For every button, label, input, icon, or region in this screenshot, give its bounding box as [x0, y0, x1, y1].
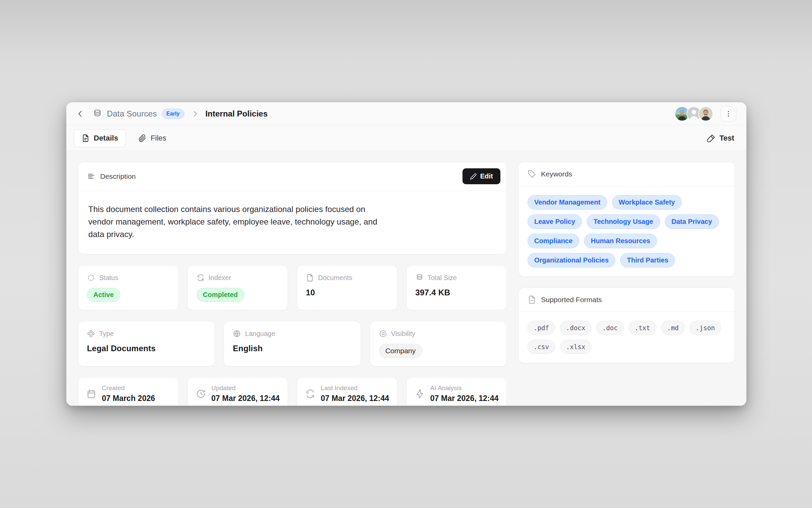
stat-row-dates: Created 07 March 2026 Updated 07 Mar 202…	[78, 377, 507, 406]
back-chevron-icon	[76, 109, 85, 118]
avatar-stack[interactable]	[675, 106, 713, 121]
updated-value: 07 Mar 2026, 12:44	[211, 394, 280, 403]
keyword-pill: Third Parties	[620, 253, 675, 268]
format-pill: .csv	[527, 340, 555, 354]
updated-label: Updated	[211, 384, 280, 392]
last-indexed-value: 07 Mar 2026, 12:44	[321, 394, 389, 403]
title-bar: Data Sources Early Internal Policies	[66, 102, 746, 125]
format-pill: .md	[661, 321, 685, 335]
format-pill: .pdf	[527, 321, 555, 335]
description-text: This document collection contains variou…	[88, 203, 389, 240]
test-tube-icon	[707, 134, 715, 142]
last-indexed-label: Last Indexed	[321, 384, 389, 392]
pencil-icon	[470, 173, 477, 180]
keywords-card: Keywords Vendor Management Workplace Saf…	[518, 162, 735, 277]
database-small-icon	[415, 274, 424, 282]
globe-icon	[233, 330, 241, 338]
keyword-pill: Technology Usage	[587, 214, 660, 229]
documents-card: Documents 10	[297, 265, 398, 310]
keywords-list: Vendor Management Workplace Safety Leave…	[519, 186, 735, 276]
content-area: Description Edit This document collectio…	[66, 151, 746, 406]
created-value: 07 March 2026	[102, 394, 155, 403]
refresh-icon	[305, 389, 315, 399]
keyword-pill: Workplace Safety	[612, 195, 682, 210]
test-button-label: Test	[719, 134, 734, 143]
total-size-card: Total Size 397.4 KB	[406, 265, 507, 310]
align-left-icon	[87, 172, 95, 181]
format-pill: .doc	[596, 321, 624, 335]
description-label: Description	[100, 172, 136, 181]
keyword-pill: Organizational Policies	[527, 253, 615, 268]
tag-icon	[527, 170, 536, 178]
visibility-label: Visibility	[391, 330, 415, 338]
document-icon	[306, 274, 314, 282]
total-size-label: Total Size	[428, 274, 457, 282]
updated-card: Updated 07 Mar 2026, 12:44	[187, 377, 288, 406]
created-label: Created	[102, 384, 155, 392]
keyword-pill: Vendor Management	[527, 195, 607, 210]
format-pill: .json	[690, 321, 721, 335]
file-text-icon	[82, 134, 90, 142]
status-card: Status Active	[78, 265, 179, 310]
zap-icon	[415, 389, 425, 399]
indexer-status-badge: Completed	[197, 288, 244, 302]
dots-vertical-icon	[725, 110, 732, 118]
tab-details[interactable]: Details	[74, 129, 126, 147]
indexer-card: Indexer Completed	[187, 265, 288, 310]
keyword-pill: Human Resources	[584, 234, 657, 248]
tab-details-label: Details	[94, 134, 118, 143]
status-label: Status	[99, 274, 118, 282]
ai-analysis-label: AI Analysis	[430, 384, 499, 392]
database-icon	[93, 109, 102, 119]
ai-analysis-card: AI Analysis 07 Mar 2026, 12:44	[406, 377, 507, 406]
clock-refresh-icon	[196, 389, 206, 399]
edit-button-label: Edit	[480, 172, 493, 180]
breadcrumb-chevron-icon	[191, 110, 199, 118]
documents-label: Documents	[318, 274, 352, 282]
tab-files[interactable]: Files	[131, 129, 174, 147]
supported-formats-label: Supported Formats	[541, 296, 602, 304]
avatar[interactable]	[698, 106, 713, 121]
language-card: Language English	[224, 321, 361, 366]
format-pill: .txt	[629, 321, 656, 335]
last-indexed-card: Last Indexed 07 Mar 2026, 12:44	[297, 377, 398, 406]
format-pill: .docx	[560, 321, 591, 335]
dashed-circle-icon	[87, 274, 95, 282]
ai-analysis-value: 07 Mar 2026, 12:44	[430, 394, 499, 403]
refresh-icon	[197, 274, 205, 282]
supported-formats-card: Supported Formats .pdf .docx .doc .txt .…	[518, 288, 735, 363]
stat-row-primary: Status Active Indexer Completed	[78, 265, 507, 310]
visibility-card: Visibility Company	[370, 321, 507, 366]
visibility-badge: Company	[379, 344, 422, 358]
tab-files-label: Files	[151, 134, 166, 143]
test-button[interactable]: Test	[705, 130, 736, 146]
early-badge: Early	[162, 109, 184, 119]
app-window: Data Sources Early Internal Policies	[66, 102, 746, 406]
format-pill: .xlsx	[560, 340, 591, 354]
page-title: Internal Policies	[205, 109, 268, 119]
paperclip-icon	[138, 134, 146, 142]
language-label: Language	[245, 330, 275, 338]
indexer-label: Indexer	[209, 274, 231, 282]
document-icon	[527, 295, 536, 304]
total-size-value: 397.4 KB	[415, 288, 498, 297]
keyword-pill: Leave Policy	[527, 214, 582, 229]
more-options-button[interactable]	[721, 106, 736, 122]
edit-button[interactable]: Edit	[463, 168, 500, 184]
type-card: Type Legal Documents	[78, 321, 215, 366]
keywords-label: Keywords	[541, 170, 572, 178]
breadcrumb-section[interactable]: Data Sources	[107, 109, 157, 119]
breadcrumb: Data Sources Early Internal Policies	[76, 109, 268, 119]
calendar-icon	[86, 389, 96, 399]
description-card: Description Edit This document collectio…	[78, 162, 507, 254]
stat-row-secondary: Type Legal Documents Language English	[78, 321, 507, 366]
created-card: Created 07 March 2026	[78, 377, 179, 406]
back-button[interactable]	[76, 109, 85, 118]
shapes-icon	[87, 330, 95, 338]
keyword-pill: Compliance	[527, 234, 579, 248]
status-badge: Active	[87, 288, 120, 302]
formats-list: .pdf .docx .doc .txt .md .json .csv .xls…	[519, 312, 735, 363]
type-label: Type	[99, 330, 114, 338]
documents-value: 10	[306, 288, 388, 297]
visibility-icon	[379, 330, 387, 338]
